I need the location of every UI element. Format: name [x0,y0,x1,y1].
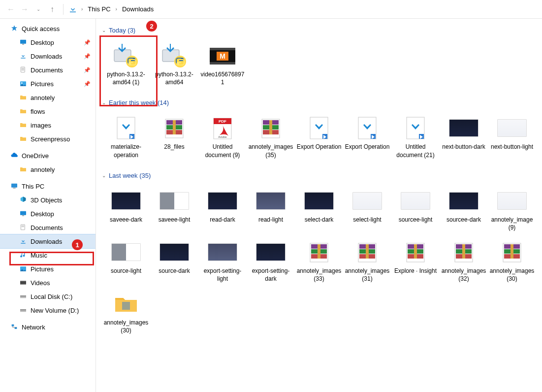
sidebar-documents[interactable]: Documents📌 [0,63,96,77]
label: Downloads [31,53,62,60]
file-item[interactable]: Explore · Insight [391,236,440,286]
svg-rect-63 [318,244,320,259]
nav-back-button[interactable]: ← [5,3,17,15]
drive-icon [19,292,28,301]
sidebar-pictures[interactable]: Pictures📌 [0,77,96,91]
file-item[interactable]: source-dark [150,236,198,286]
file-item[interactable]: annotely_image (9) [488,185,536,234]
nav-forward-button[interactable]: → [19,3,31,15]
file-name: Explore · Insight [394,267,437,275]
file-name: export-setting-light [199,267,246,283]
file-item[interactable]: M video1656768971 [198,40,247,89]
file-item[interactable]: export-setting-light [198,236,247,286]
label: Music [31,252,47,259]
svg-rect-52 [269,120,272,134]
sidebar-onedrive[interactable]: OneDrive [0,149,96,163]
sidebar-folder-screenpresso[interactable]: Screenpresso [0,132,96,146]
chevron-down-icon: ⌄ [102,100,106,105]
label: Desktop [31,210,54,218]
svg-rect-84 [122,302,130,310]
sidebar-local-disk-c[interactable]: Local Disk (C:) [0,290,96,303]
file-item[interactable]: annotely_images (30) [488,236,536,286]
sidebar-pc-downloads[interactable]: Downloads [0,234,96,248]
group-label: Earlier this week (14) [109,99,169,106]
file-item[interactable]: 28_files [150,112,198,162]
sidebar-pc-music[interactable]: Music [0,248,96,262]
file-item[interactable]: materialize-operation [102,112,150,162]
sidebar-folder-images[interactable]: images [0,118,96,132]
svg-rect-73 [414,244,417,259]
sidebar-pc-desktop[interactable]: Desktop [0,207,96,221]
breadcrumb-current[interactable]: Downloads [121,4,155,14]
sidebar-desktop[interactable]: Desktop📌 [0,35,96,49]
file-item[interactable]: sourcee-light [391,185,440,234]
group-label: Today (3) [109,27,135,34]
file-item[interactable]: read-dark [198,185,247,234]
file-item[interactable]: read-light [247,185,295,234]
svg-rect-12 [20,211,26,215]
breadcrumb[interactable]: This PC › Downloads [87,4,155,14]
folder-icon [19,165,28,174]
file-item[interactable]: next-button-dark [440,112,488,162]
file-item[interactable]: annotely_images (30) [102,288,150,337]
svg-rect-13 [22,215,24,216]
group-lastweek[interactable]: ⌄ Last week (35) [98,169,542,182]
file-item[interactable]: saveee-dark [102,185,150,234]
file-name: source-light [111,267,141,275]
file-item[interactable]: select-dark [295,185,343,234]
sidebar-pc-pictures[interactable]: Pictures [0,262,96,276]
file-item[interactable]: saveee-light [150,185,198,234]
file-item[interactable]: select-light [343,185,391,234]
sidebar-folder-annotely[interactable]: annotely [0,91,96,104]
file-item[interactable]: sourcee-dark [440,185,488,234]
video-icon [19,278,28,287]
svg-rect-11 [13,188,15,188]
file-item[interactable]: Untitled document (21) [391,112,440,162]
sidebar-new-volume-d[interactable]: New Volume (D:) [0,303,96,317]
file-name: annotely_images (35) [248,143,294,159]
file-item[interactable]: export-setting-dark [247,236,295,286]
label: Pictures [31,80,54,88]
sidebar-downloads[interactable]: Downloads📌 [0,49,96,63]
group-today[interactable]: ⌄ Today (3) [98,24,542,37]
file-name: saveee-light [159,216,191,224]
file-item[interactable]: annotely_images (35) [247,112,295,162]
thumb-split-icon [159,188,189,214]
file-item[interactable]: source-light [102,236,150,286]
file-view: ⌄ Today (3) python-3.13.2-amd64 (1) pyth… [96,19,542,392]
file-item[interactable]: Export Operation [295,112,343,162]
star-icon [10,24,19,33]
sidebar-quick-access[interactable]: Quick access [0,22,96,35]
thumb-light-icon [401,188,430,214]
svg-rect-68 [366,244,369,259]
file-item[interactable]: next-button-light [488,112,536,162]
svg-rect-5 [22,68,24,68]
sidebar-onedrive-annotely[interactable]: annotely [0,163,96,176]
sidebar-network[interactable]: Network [0,320,96,334]
thumb-med-icon [256,188,286,214]
label: This PC [22,183,44,190]
file-name: 28_files [164,143,184,151]
file-item[interactable]: python-3.13.2-amd64 (1) [102,40,150,89]
sidebar-3d-objects[interactable]: 3D Objects [0,193,96,207]
file-item[interactable]: PDF Adobe Untitled document (9) [198,112,247,162]
file-item[interactable]: annotely_images (32) [440,236,488,286]
address-bar: ← → ⌄ ↑ › This PC › Downloads [0,0,542,19]
nav-recent-dropdown[interactable]: ⌄ [32,3,44,15]
thumb-split-icon [111,239,141,265]
breadcrumb-root[interactable]: This PC [87,4,111,14]
sidebar-pc-videos[interactable]: Videos [0,276,96,290]
file-item[interactable]: python-3.13.2-amd64 [150,40,198,89]
file-item[interactable]: annotely_images (33) [295,236,343,286]
desktop-icon [19,209,28,218]
thumb-light-icon [352,188,382,214]
sidebar-pc-documents[interactable]: Documents [0,221,96,234]
file-name: python-3.13.2-amd64 (1) [103,70,149,86]
file-item[interactable]: Export Operation [343,112,391,162]
file-item[interactable]: annotely_images (31) [343,236,391,286]
sidebar-folder-flows[interactable]: flows [0,104,96,118]
nav-up-button[interactable]: ↑ [46,3,58,15]
svg-rect-0 [70,11,76,12]
group-earlier[interactable]: ⌄ Earlier this week (14) [98,96,542,109]
sidebar-this-pc[interactable]: This PC [0,179,96,193]
